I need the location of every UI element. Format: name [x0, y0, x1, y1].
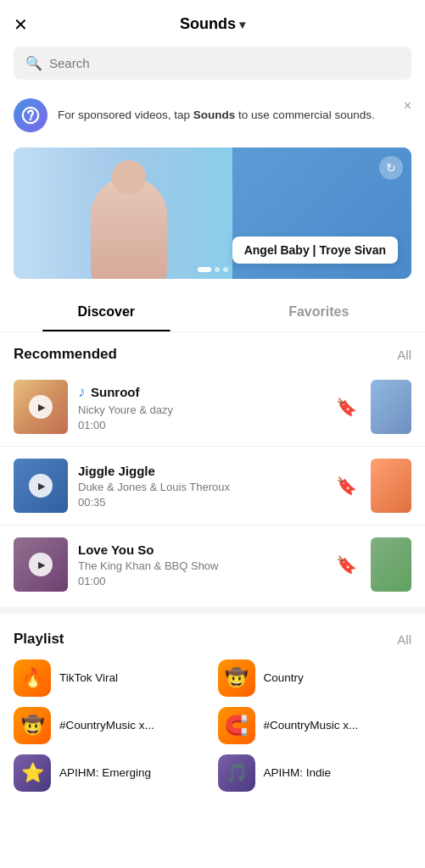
track-list: ▶ ♪ Sunroof Nicky Youre & dazy 01:00 🔖 ▶…: [0, 371, 425, 600]
hero-dots: [198, 267, 228, 272]
track-info-jiggle: Jiggle Jiggle Duke & Jones & Louis Thero…: [78, 464, 322, 509]
bookmark-button[interactable]: 🔖: [333, 393, 361, 420]
header: ✕ Sounds ▾: [0, 0, 425, 43]
close-button[interactable]: ✕: [14, 14, 28, 35]
track-duration: 00:35: [78, 496, 322, 509]
hero-track-label[interactable]: Angel Baby | Troye Sivan: [232, 236, 398, 264]
section-divider: [0, 607, 425, 614]
tabs: Discover Favorites: [0, 292, 425, 332]
playlist-title: Playlist: [14, 631, 64, 648]
playlist-icon-country: 🤠: [218, 659, 255, 697]
track-preview-thumbnail: [371, 459, 411, 513]
play-button[interactable]: ▶: [29, 474, 53, 498]
bookmark-button[interactable]: 🔖: [333, 551, 361, 578]
track-item[interactable]: ▶ ♪ Sunroof Nicky Youre & dazy 01:00 🔖: [0, 371, 425, 442]
playlist-label: APIHM: Emerging: [59, 765, 151, 781]
list-item[interactable]: 🎵 APIHM: Indie: [218, 754, 412, 792]
playlist-label: #CountryMusic x...: [59, 718, 154, 733]
notice-banner: For sponsored videos, tap Sounds to use …: [0, 90, 425, 141]
search-icon: 🔍: [25, 55, 42, 71]
track-info-sunroof: ♪ Sunroof Nicky Youre & dazy 01:00: [78, 383, 322, 431]
playlist-icon-country-music-1: 🤠: [14, 707, 51, 744]
tab-discover[interactable]: Discover: [0, 292, 213, 331]
track-thumbnail-love: ▶: [14, 537, 68, 592]
track-duration: 01:00: [78, 419, 322, 431]
list-item[interactable]: 🤠 #CountryMusic x...: [14, 707, 208, 744]
divider: [0, 525, 425, 526]
list-item[interactable]: 🤠 Country: [218, 659, 412, 697]
playlist-grid: 🔥 TikTok Viral 🤠 Country 🤠 #CountryMusic…: [0, 656, 425, 805]
track-artist: Nicky Youre & dazy: [78, 403, 322, 416]
notice-close-button[interactable]: ×: [404, 98, 411, 114]
header-title: Sounds ▾: [180, 15, 245, 33]
track-preview-thumbnail: [371, 380, 411, 434]
search-input[interactable]: [49, 56, 400, 70]
list-item[interactable]: 🔥 TikTok Viral: [14, 659, 208, 697]
playlist-icon-tiktok-viral: 🔥: [14, 659, 51, 697]
title-text: Sounds: [180, 15, 236, 33]
playlist-icon-apihm-emerging: ⭐: [14, 754, 51, 792]
playlist-label: Country: [264, 670, 304, 686]
hero-dot-2: [215, 267, 220, 272]
svg-point-1: [31, 119, 31, 120]
track-item[interactable]: ▶ Jiggle Jiggle Duke & Jones & Louis The…: [0, 450, 425, 521]
recommended-section-header: Recommended All: [0, 332, 425, 371]
divider: [0, 446, 425, 447]
track-thumbnail-jiggle: ▶: [14, 459, 68, 513]
hero-dot-1: [198, 267, 211, 272]
hero-dot-3: [223, 267, 228, 272]
track-preview-thumbnail: [371, 537, 411, 592]
notice-text: For sponsored videos, tap Sounds to use …: [58, 108, 411, 124]
recommended-title: Recommended: [14, 346, 117, 363]
track-name: ♪ Sunroof: [78, 383, 322, 401]
list-item[interactable]: 🧲 #CountryMusic x...: [218, 707, 412, 744]
search-bar: 🔍: [14, 47, 411, 80]
refresh-button[interactable]: ↻: [379, 156, 403, 180]
music-note-icon: ♪: [78, 383, 86, 401]
play-button[interactable]: ▶: [29, 395, 53, 419]
track-artist: The King Khan & BBQ Show: [78, 559, 322, 572]
chevron-down-icon[interactable]: ▾: [239, 18, 245, 31]
track-info-love: Love You So The King Khan & BBQ Show 01:…: [78, 542, 322, 587]
play-button[interactable]: ▶: [29, 553, 53, 576]
tab-favorites[interactable]: Favorites: [213, 292, 426, 331]
list-item[interactable]: ⭐ APIHM: Emerging: [14, 754, 208, 792]
track-name: Love You So: [78, 542, 322, 557]
playlist-label: TikTok Viral: [59, 670, 118, 686]
track-name: Jiggle Jiggle: [78, 464, 322, 478]
playlist-icon-apihm-indie: 🎵: [218, 754, 255, 792]
playlist-all-button[interactable]: All: [397, 632, 411, 647]
playlist-section-header: Playlist All: [0, 617, 425, 656]
track-duration: 01:00: [78, 575, 322, 587]
playlist-label: APIHM: Indie: [264, 765, 332, 781]
notice-icon: [14, 98, 48, 132]
track-artist: Duke & Jones & Louis Theroux: [78, 481, 322, 493]
playlist-label: #CountryMusic x...: [264, 718, 359, 733]
track-thumbnail-sunroof: ▶: [14, 380, 68, 434]
hero-banner[interactable]: ↻ Angel Baby | Troye Sivan: [14, 147, 411, 279]
bookmark-button[interactable]: 🔖: [333, 472, 361, 499]
track-item[interactable]: ▶ Love You So The King Khan & BBQ Show 0…: [0, 529, 425, 600]
recommended-all-button[interactable]: All: [397, 348, 411, 362]
playlist-icon-country-music-2: 🧲: [218, 707, 255, 744]
